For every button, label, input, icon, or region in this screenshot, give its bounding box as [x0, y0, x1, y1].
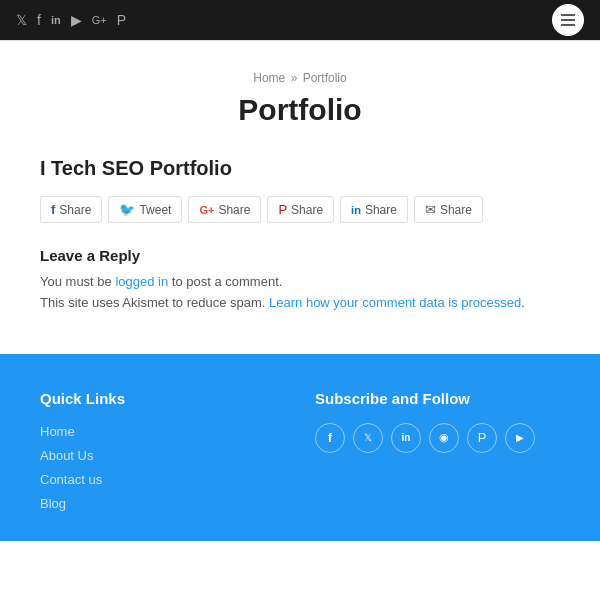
footer-contact-link[interactable]: Contact us — [40, 472, 102, 487]
leave-reply-section: Leave a Reply You must be logged in to p… — [40, 247, 560, 314]
section-title: I Tech SEO Portfolio — [40, 157, 560, 180]
linkedin-share-label: Share — [365, 203, 397, 217]
pinterest-icon[interactable]: P — [117, 12, 126, 28]
footer-social-icons: f 𝕏 in ◉ P ▶ — [315, 423, 560, 453]
breadcrumb-current: Portfolio — [303, 71, 347, 85]
footer-blog-link[interactable]: Blog — [40, 496, 66, 511]
linkedin-share-icon: in — [351, 204, 361, 216]
footer-feed-icon[interactable]: ◉ — [429, 423, 459, 453]
list-item: Contact us — [40, 471, 285, 487]
reply-akismet-text: This site uses Akismet to reduce spam. L… — [40, 293, 560, 314]
share-buttons: f Share 🐦 Tweet G+ Share P Share in Shar… — [40, 196, 560, 223]
facebook-share-icon: f — [51, 202, 55, 217]
twitter-share-label: Tweet — [139, 203, 171, 217]
twitter-icon[interactable]: 𝕏 — [16, 12, 27, 28]
subscribe-title: Subscribe and Follow — [315, 390, 560, 407]
main-content: Home » Portfolio Portfolio I Tech SEO Po… — [0, 41, 600, 354]
footer-twitter-icon[interactable]: 𝕏 — [353, 423, 383, 453]
email-share-icon: ✉ — [425, 202, 436, 217]
email-share-button[interactable]: ✉ Share — [414, 196, 483, 223]
gplus-share-button[interactable]: G+ Share — [188, 196, 261, 223]
footer-grid: Quick Links Home About Us Contact us Blo… — [40, 390, 560, 511]
googleplus-icon[interactable]: G+ — [92, 14, 107, 26]
footer-about-link[interactable]: About Us — [40, 448, 93, 463]
facebook-share-label: Share — [59, 203, 91, 217]
breadcrumb-separator: » — [291, 71, 298, 85]
gplus-share-icon: G+ — [199, 204, 214, 216]
footer-youtube-icon[interactable]: ▶ — [505, 423, 535, 453]
footer-facebook-icon[interactable]: f — [315, 423, 345, 453]
twitter-share-button[interactable]: 🐦 Tweet — [108, 196, 182, 223]
footer-home-link[interactable]: Home — [40, 424, 75, 439]
email-share-label: Share — [440, 203, 472, 217]
social-icons: 𝕏 f in ▶ G+ P — [16, 12, 126, 28]
akismet-link[interactable]: Learn how your comment data is processed — [269, 295, 521, 310]
list-item: About Us — [40, 447, 285, 463]
quick-links-title: Quick Links — [40, 390, 285, 407]
footer: Quick Links Home About Us Contact us Blo… — [0, 354, 600, 541]
gplus-share-label: Share — [218, 203, 250, 217]
pinterest-share-button[interactable]: P Share — [267, 196, 334, 223]
footer-subscribe-col: Subscribe and Follow f 𝕏 in ◉ P ▶ — [315, 390, 560, 511]
youtube-icon[interactable]: ▶ — [71, 12, 82, 28]
top-nav: 𝕏 f in ▶ G+ P — [0, 0, 600, 40]
linkedin-icon[interactable]: in — [51, 14, 61, 26]
footer-quick-links-col: Quick Links Home About Us Contact us Blo… — [40, 390, 285, 511]
pinterest-share-label: Share — [291, 203, 323, 217]
quick-links-list: Home About Us Contact us Blog — [40, 423, 285, 511]
page-title: Portfolio — [40, 93, 560, 127]
facebook-share-button[interactable]: f Share — [40, 196, 102, 223]
logged-in-link[interactable]: logged in — [115, 274, 168, 289]
reply-logged-in-text: You must be logged in to post a comment. — [40, 272, 560, 293]
breadcrumb: Home » Portfolio — [40, 71, 560, 85]
linkedin-share-button[interactable]: in Share — [340, 196, 408, 223]
footer-linkedin-icon[interactable]: in — [391, 423, 421, 453]
list-item: Blog — [40, 495, 285, 511]
breadcrumb-home[interactable]: Home — [253, 71, 285, 85]
leave-reply-title: Leave a Reply — [40, 247, 560, 264]
pinterest-share-icon: P — [278, 202, 287, 217]
footer-pinterest-icon[interactable]: P — [467, 423, 497, 453]
twitter-share-icon: 🐦 — [119, 202, 135, 217]
facebook-icon[interactable]: f — [37, 12, 41, 28]
hamburger-icon — [561, 14, 575, 26]
menu-button[interactable] — [552, 4, 584, 36]
list-item: Home — [40, 423, 285, 439]
